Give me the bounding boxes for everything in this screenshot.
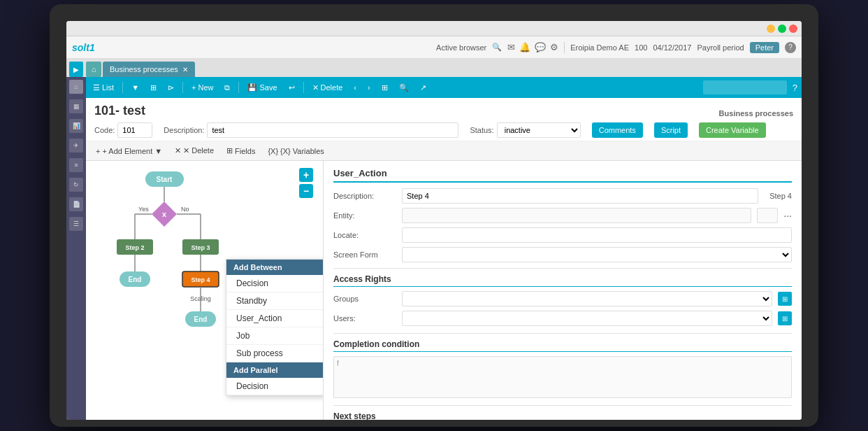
svg-text:Step 4: Step 4 [191, 276, 210, 283]
between-subprocess-item[interactable]: Sub process [226, 345, 323, 362]
groups-row: Groups ⊞ [333, 291, 792, 306]
locate-input[interactable] [402, 227, 792, 243]
tab-close-icon[interactable]: ✕ [182, 66, 188, 73]
description-input[interactable] [207, 122, 458, 138]
parallel-decision-item[interactable]: Decision [226, 378, 323, 395]
chat-icon[interactable]: 💬 [535, 42, 546, 52]
entity-row: Entity: ··· [333, 208, 792, 223]
variables-button[interactable]: {X} {X} Variables [265, 146, 326, 157]
entity-ellipsis[interactable]: ··· [783, 210, 792, 221]
minimize-btn[interactable] [767, 24, 775, 33]
rail-icon-doc[interactable]: 📄 [69, 197, 83, 211]
users-select[interactable] [402, 311, 772, 326]
groups-label: Groups [333, 295, 396, 303]
export-button[interactable]: ↗ [417, 82, 429, 94]
user-button[interactable]: Peter [750, 42, 779, 53]
new-button[interactable]: + New [189, 82, 216, 93]
home-tab[interactable]: ⌂ [86, 62, 101, 77]
left-panel: + − Start x [86, 161, 324, 420]
header-date: 04/12/2017 [653, 43, 691, 52]
between-job-item[interactable]: Job [226, 327, 323, 345]
next-steps-title: Next steps [333, 411, 792, 420]
filter-button[interactable]: ▼ [129, 82, 142, 93]
main-toolbar: ☰ List ▼ ⊞ ⊳ + New ⧉ 💾 [86, 77, 802, 98]
zoom-in-button[interactable]: 🔍 [396, 82, 412, 94]
copy-button[interactable]: ⧉ [222, 82, 233, 94]
active-browser-label: Active browser [436, 43, 486, 52]
code-field: Code: [94, 122, 152, 138]
rail-icon-grid[interactable]: ▦ [69, 99, 83, 113]
next-button[interactable]: › [365, 82, 373, 93]
columns-button[interactable]: ⊞ [147, 82, 159, 94]
add-parallel-header: Add Parallel [226, 362, 323, 378]
description-input[interactable] [402, 188, 758, 204]
page-breadcrumb: Business processes [719, 109, 793, 118]
expand-button[interactable]: ⊞ [379, 82, 391, 94]
mail-icon[interactable]: ✉ [507, 42, 515, 52]
description-right: Step 4 [769, 192, 792, 200]
entity-input2[interactable] [757, 208, 778, 223]
prev-button[interactable]: ‹ [351, 82, 359, 93]
add-element-button[interactable]: + + Add Element ▼ [93, 146, 165, 157]
rail-icon-bar[interactable]: ≡ [69, 158, 83, 172]
groups-add-btn[interactable]: ⊞ [778, 292, 792, 306]
rail-icon-home[interactable]: ⌂ [69, 80, 83, 94]
save-icon: 💾 [247, 83, 257, 92]
completion-box[interactable]: f [333, 356, 792, 398]
between-decision-item[interactable]: Decision [226, 275, 323, 292]
split-area: + − Start x [86, 161, 802, 420]
maximize-btn[interactable] [778, 24, 786, 33]
undo-button[interactable]: ↩ [286, 82, 298, 94]
between-standby-item[interactable]: Standby [226, 292, 323, 310]
rail-icon-refresh[interactable]: ↻ [69, 178, 83, 192]
users-label: Users: [333, 314, 396, 323]
toolbar-search[interactable] [703, 80, 787, 94]
delete-button[interactable]: ✕ Delete [310, 82, 346, 94]
status-select[interactable]: inactive active draft [497, 122, 581, 138]
page-title: 101- test [94, 104, 145, 118]
locate-row: Locate: [333, 227, 792, 243]
create-variable-button[interactable]: Create Variable [699, 122, 766, 138]
main-layout: ⌂ ▦ 📊 ✈ ≡ ↻ 📄 ☰ ☰ List ▼ [66, 77, 802, 420]
help-icon[interactable]: ? [785, 42, 796, 53]
screenform-select[interactable] [402, 247, 792, 262]
sep1 [122, 82, 123, 93]
screenform-label: Screen Form [333, 250, 396, 259]
access-rights-title: Access Rights [333, 274, 792, 287]
groups-select[interactable] [402, 291, 772, 306]
between-useraction-item[interactable]: User_Action [226, 310, 323, 327]
list-button[interactable]: ☰ List [90, 82, 117, 94]
tab-business-processes[interactable]: Business processes ✕ [103, 62, 195, 77]
sep4 [303, 82, 304, 93]
close-btn[interactable] [789, 24, 797, 33]
rail-icon-list[interactable]: ☰ [69, 217, 83, 231]
script-button[interactable]: Script [654, 122, 688, 138]
status-field: Status: inactive active draft [470, 122, 580, 138]
toolbar-help-icon[interactable]: ? [793, 83, 797, 93]
delete-element-button[interactable]: ✕ ✕ Delete [172, 145, 217, 157]
users-add-btn[interactable]: ⊞ [778, 311, 792, 325]
save-button[interactable]: 💾 Save [245, 82, 280, 94]
app-header: solt1 Active browser 🔍 ✉ 🔔 💬 ⚙ Eroipia D… [66, 36, 802, 59]
svg-text:End: End [129, 276, 142, 283]
entity-label: Entity: [333, 211, 396, 220]
comments-button[interactable]: Comments [592, 122, 643, 138]
rail-icon-chart[interactable]: 📊 [69, 119, 83, 133]
rail-icon-plane[interactable]: ✈ [69, 139, 83, 153]
svg-text:Step 2: Step 2 [125, 244, 144, 251]
completion-section: Completion condition f [333, 339, 792, 398]
entity-input[interactable] [402, 208, 751, 223]
settings-icon[interactable]: ⚙ [550, 42, 558, 52]
header-icons: ✉ 🔔 💬 ⚙ [507, 42, 558, 52]
list-icon: ☰ [93, 83, 100, 92]
navigate-button[interactable]: ⊳ [165, 82, 177, 94]
code-input[interactable] [117, 122, 152, 138]
fields-button[interactable]: ⊞ Fields [224, 145, 258, 157]
delete-element-icon: ✕ [175, 146, 181, 155]
search-icon[interactable]: 🔍 [492, 43, 502, 52]
bell-icon[interactable]: 🔔 [519, 42, 530, 52]
title-bar [66, 21, 802, 36]
sidebar-toggle[interactable]: ▶ [69, 62, 83, 77]
laptop-screen: solt1 Active browser 🔍 ✉ 🔔 💬 ⚙ Eroipia D… [66, 21, 802, 420]
svg-text:Start: Start [157, 176, 173, 183]
